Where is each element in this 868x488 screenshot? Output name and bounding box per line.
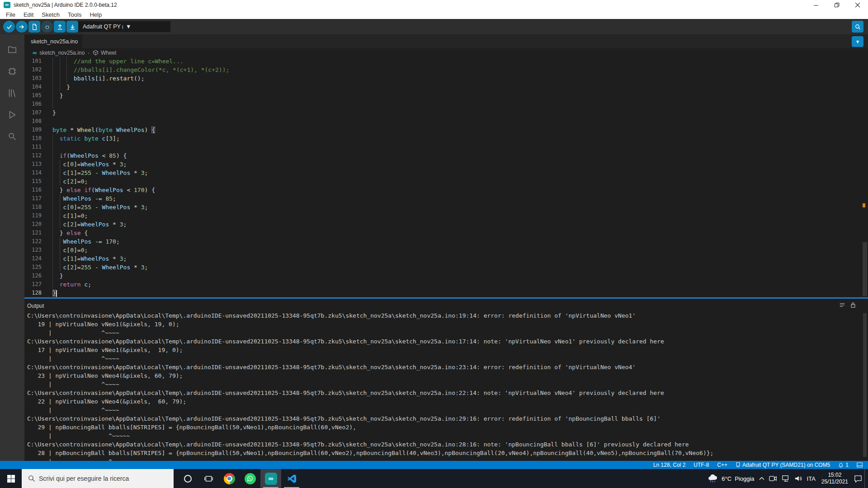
breadcrumb-symbol[interactable]: Wheel: [101, 50, 116, 56]
sidebar-item-boards-manager[interactable]: [0, 61, 24, 82]
taskbar-search-input[interactable]: Scrivi qui per eseguire la ricerca: [22, 469, 174, 488]
encoding-indicator[interactable]: UTF-8: [693, 462, 709, 468]
task-view-icon: [204, 474, 213, 483]
code-line[interactable]: 101 //and the upper line c=Wheel...: [24, 57, 862, 66]
code-line[interactable]: 122 WheelPos -= 170;: [24, 237, 862, 246]
editor-scrollbar[interactable]: [862, 57, 868, 297]
output-console[interactable]: C:\Users\controinvasione\AppData\Local\T…: [24, 311, 860, 461]
search-placeholder: Scrivi qui per eseguire la ricerca: [39, 475, 129, 482]
windows-taskbar: Scrivi qui per eseguire la ricerca ∞: [0, 469, 868, 488]
code-line[interactable]: 105 }: [24, 91, 862, 100]
output-line: C:\Users\controinvasione\AppData\Local\T…: [27, 440, 860, 449]
serial-monitor-button[interactable]: [852, 21, 863, 33]
new-sketch-button[interactable]: [28, 21, 40, 33]
code-line[interactable]: 111: [24, 143, 862, 151]
output-line: | ^~~~~~: [27, 432, 860, 440]
clear-output-icon[interactable]: [839, 302, 845, 308]
output-scrollbar[interactable]: [863, 312, 867, 459]
code-line[interactable]: 109byte * Wheel(byte WheelPos) {: [24, 126, 862, 134]
debug-button[interactable]: [41, 21, 53, 33]
code-line[interactable]: 121 } else {: [24, 229, 862, 237]
code-line[interactable]: 119 c[1]=0;: [24, 211, 862, 220]
taskbar-cortana-button[interactable]: [177, 469, 198, 488]
breadcrumb-file[interactable]: sketch_nov25a.ino: [39, 50, 85, 56]
taskbar-chrome-button[interactable]: [219, 469, 240, 488]
board-selector-dropdown[interactable]: Adafruit QT PY (SAMD21) at ... ▼: [78, 21, 170, 32]
editor-scrollbar-thumb[interactable]: [863, 242, 867, 296]
code-line[interactable]: 126 }: [24, 272, 862, 280]
sidebar-item-sketchbook[interactable]: [0, 39, 24, 61]
code-line[interactable]: 102 //bballs[i].changeColor(*c, *(c+1), …: [24, 66, 862, 74]
sidebar-item-library-manager[interactable]: [0, 82, 24, 104]
code-line[interactable]: 104 }: [24, 83, 862, 91]
menu-sketch[interactable]: Sketch: [38, 11, 64, 18]
arduino-logo-icon: ∞: [4, 2, 10, 8]
taskbar-task-view-button[interactable]: [198, 469, 219, 488]
line-number: 101: [24, 57, 42, 66]
ino-file-icon: ∞: [33, 49, 37, 56]
action-center-button[interactable]: [852, 469, 864, 488]
code-line[interactable]: 123 c[0]=0;: [24, 246, 862, 254]
open-button[interactable]: [54, 21, 66, 33]
notifications-indicator[interactable]: 1: [838, 462, 849, 468]
code-line[interactable]: 114 c[1]=255 - WheelPos * 3;: [24, 169, 862, 177]
volume-button[interactable]: [792, 469, 805, 488]
meet-now-button[interactable]: [767, 469, 779, 488]
save-button[interactable]: [66, 21, 78, 33]
magnifier-icon: [854, 23, 861, 30]
verify-button[interactable]: [3, 21, 15, 33]
language-indicator[interactable]: C++: [717, 462, 727, 468]
code-line[interactable]: 108: [24, 117, 862, 126]
chevron-down-icon: ▼: [126, 23, 166, 30]
output-line: 29 | npBouncingBall bballs[NSTRIPES] = {…: [27, 423, 860, 432]
code-line[interactable]: 112 if(WheelPos < 85) {: [24, 151, 862, 160]
code-line[interactable]: 107}: [24, 108, 862, 117]
menu-file[interactable]: File: [2, 11, 19, 18]
code-line[interactable]: 120 c[2]=WheelPos * 3;: [24, 220, 862, 229]
tab-dropdown-button[interactable]: ▼: [852, 36, 863, 47]
windows-logo-icon: [7, 475, 15, 483]
taskbar-arduino-button[interactable]: ∞: [260, 469, 281, 488]
clock-widget[interactable]: 15:02 25/11/2021: [818, 472, 852, 485]
code-line[interactable]: 124 c[1]=WheelPos * 3;: [24, 254, 862, 263]
code-line[interactable]: 127 return c;: [24, 280, 862, 289]
show-desktop-button[interactable]: [864, 469, 868, 488]
code-line[interactable]: 106: [24, 100, 862, 108]
board-selector-label: Adafruit QT PY (SAMD21) at ...: [83, 23, 123, 30]
close-button[interactable]: [847, 0, 868, 10]
upload-button[interactable]: [16, 21, 28, 33]
sidebar-item-search[interactable]: [0, 126, 24, 147]
restore-button[interactable]: [826, 0, 847, 10]
line-number: 121: [24, 229, 42, 237]
weather-widget[interactable]: 6°C Pioggia: [705, 469, 756, 488]
menu-help[interactable]: Help: [85, 11, 106, 18]
board-port-indicator[interactable]: Adafruit QT PY (SAMD21) on COM5: [736, 462, 830, 468]
start-button[interactable]: [0, 469, 22, 488]
output-line: | ^~~~~: [27, 328, 860, 337]
code-line[interactable]: 128}: [24, 289, 862, 297]
cursor-position[interactable]: Ln 128, Col 2: [653, 462, 685, 468]
code-line[interactable]: 118 c[0]=255 - WheelPos * 3;: [24, 203, 862, 211]
code-editor[interactable]: 101 //and the upper line c=Wheel...102 /…: [24, 57, 862, 297]
keyboard-language-button[interactable]: ITA: [805, 469, 818, 488]
code-line[interactable]: 125 c[2]=255 - WheelPos * 3;: [24, 263, 862, 272]
output-scrollbar-thumb[interactable]: [863, 313, 867, 457]
code-line[interactable]: 113 c[0]=WheelPos * 3;: [24, 160, 862, 169]
taskbar-vscode-button[interactable]: [281, 469, 302, 488]
taskbar-whatsapp-button[interactable]: [240, 469, 260, 488]
code-line[interactable]: 116 } else if(WheelPos < 170) {: [24, 186, 862, 194]
code-line[interactable]: 115 c[2]=0;: [24, 177, 862, 186]
code-line[interactable]: 117 WheelPos -= 85;: [24, 194, 862, 203]
menu-tools[interactable]: Tools: [64, 11, 85, 18]
code-line[interactable]: 103 bballs[i].restart();: [24, 74, 862, 83]
tray-expand-button[interactable]: [757, 469, 767, 488]
line-number: 108: [24, 117, 42, 126]
sidebar-item-debugger[interactable]: [0, 104, 24, 126]
toggle-panel-button[interactable]: [857, 462, 863, 468]
tab-sketch-nov25a[interactable]: sketch_nov25a.ino: [24, 34, 82, 48]
menu-edit[interactable]: Edit: [19, 11, 38, 18]
minimize-button[interactable]: [806, 0, 826, 10]
scroll-lock-icon[interactable]: [850, 302, 856, 308]
network-status-button[interactable]: [779, 469, 792, 488]
code-line[interactable]: 110 static byte c[3];: [24, 134, 862, 143]
